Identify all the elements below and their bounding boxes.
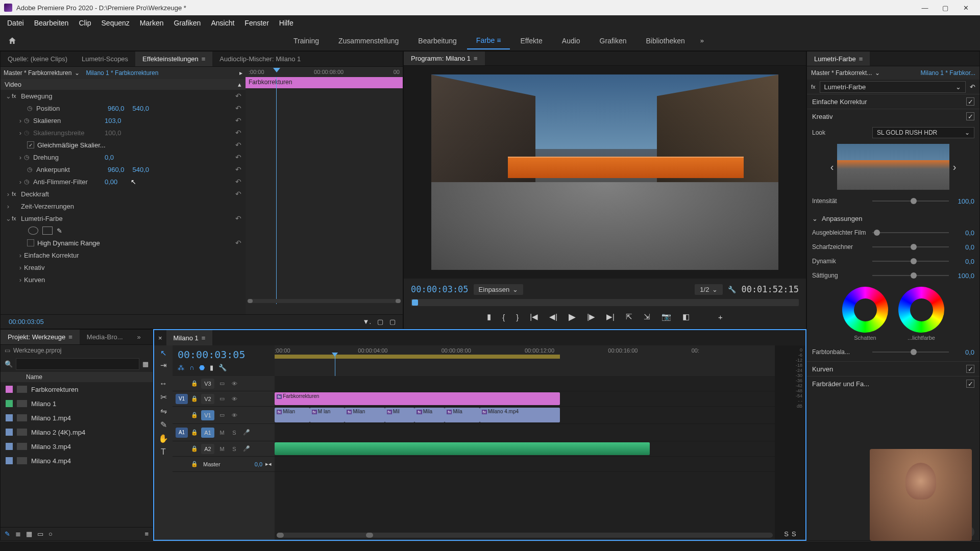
- workspace-bearbeitung[interactable]: Bearbeitung: [409, 33, 466, 49]
- reset-button[interactable]: ↶: [970, 83, 975, 91]
- position-y[interactable]: 540,0: [133, 105, 150, 112]
- play-button[interactable]: ▶: [567, 309, 578, 324]
- workspace-effekte[interactable]: Effekte: [511, 33, 551, 49]
- farbbalance-value[interactable]: 0,0: [953, 348, 974, 356]
- look-dropdown[interactable]: SL GOLD RUSH HDR⌄: [872, 127, 974, 138]
- clip-video[interactable]: fxMilan: [345, 408, 384, 422]
- ec-bewegung[interactable]: Bewegung: [21, 92, 92, 100]
- ec-clip-bar[interactable]: Farbkorrekturen: [246, 77, 403, 88]
- lumetri-effect-dropdown[interactable]: Lumetri-Farbe ⌄: [820, 81, 966, 93]
- add-marker-button[interactable]: ⬣: [199, 364, 205, 371]
- section-checkbox[interactable]: ✓: [966, 380, 974, 388]
- menu-ansicht[interactable]: Ansicht: [206, 19, 239, 27]
- search-icon[interactable]: 🔍: [5, 360, 13, 368]
- mask-rect-button[interactable]: [42, 227, 53, 235]
- project-item[interactable]: Milano 1: [1, 396, 153, 411]
- window-minimize-button[interactable]: —: [915, 0, 935, 15]
- reset-button[interactable]: ↶: [235, 129, 241, 137]
- pen-tool[interactable]: ✎: [160, 420, 167, 430]
- fx-badge-icon[interactable]: fx: [12, 215, 21, 221]
- menu-fenster[interactable]: Fenster: [239, 19, 274, 27]
- flimmer-value[interactable]: 0,00: [105, 178, 117, 186]
- go-to-out-button[interactable]: ▶|: [604, 310, 617, 323]
- tab-projekt[interactable]: Projekt: Werkzeuge ≡: [1, 330, 80, 344]
- tl-marker-button[interactable]: ▮: [210, 364, 213, 371]
- expand-toggle[interactable]: ›: [17, 129, 24, 137]
- expand-toggle[interactable]: ›: [5, 203, 12, 210]
- ec-zoom-scroll[interactable]: [248, 299, 401, 303]
- workspace-bibliotheken[interactable]: Bibliotheken: [637, 33, 694, 49]
- ec-kurven[interactable]: Kurven: [24, 276, 95, 284]
- home-button[interactable]: [6, 35, 18, 47]
- lift-button[interactable]: ⇱: [624, 310, 634, 323]
- stopwatch-icon[interactable]: ◷: [24, 154, 33, 161]
- stopwatch-icon[interactable]: ◷: [24, 117, 33, 124]
- clip-video[interactable]: fxMilano 4.mp4: [480, 408, 560, 422]
- solo-button[interactable]: S: [230, 446, 239, 452]
- ec-playhead-line[interactable]: [276, 77, 277, 304]
- project-item[interactable]: Milano 4.mp4: [1, 454, 153, 468]
- section-checkbox[interactable]: ✓: [966, 112, 974, 120]
- ec-kreativ[interactable]: Kreativ: [24, 264, 95, 271]
- anpassungen-label[interactable]: Anpassungen: [822, 215, 863, 222]
- clip-video[interactable]: fxMil: [385, 408, 415, 422]
- wrench-icon[interactable]: 🔧: [728, 286, 736, 293]
- filter-icon[interactable]: ▼.: [360, 318, 374, 325]
- toggle-output[interactable]: ▭: [217, 395, 227, 402]
- menu-grafiken[interactable]: Grafiken: [169, 19, 206, 27]
- tab-quelle[interactable]: Quelle: (keine Clips): [1, 52, 75, 66]
- footer-btn[interactable]: ○: [48, 530, 53, 538]
- lock-icon[interactable]: 🔒: [191, 429, 198, 436]
- solo-1[interactable]: S: [784, 530, 789, 538]
- master-meter-icon[interactable]: ▸◂: [265, 461, 272, 467]
- look-next-button[interactable]: ›: [949, 161, 960, 173]
- hand-tool[interactable]: ✋: [158, 434, 168, 443]
- work-area-bar[interactable]: [275, 355, 560, 359]
- ec-zeit[interactable]: Zeit-Verzerrungen: [21, 203, 92, 210]
- track-v3[interactable]: V3: [201, 379, 214, 389]
- menu-bearbeiten[interactable]: Bearbeiten: [29, 19, 74, 27]
- stopwatch-icon[interactable]: ◷: [27, 105, 36, 112]
- voice-over-button[interactable]: 🎤: [242, 429, 251, 436]
- track-lane-v1[interactable]: fxMilanfxM lanfxMilanfxMilfxMilafxMilafx…: [275, 407, 775, 424]
- reset-button[interactable]: ↶: [235, 141, 241, 149]
- src-v1[interactable]: V1: [176, 394, 188, 404]
- position-x[interactable]: 960,0: [108, 105, 125, 112]
- section-checkbox[interactable]: ✓: [966, 97, 974, 106]
- menu-clip[interactable]: Clip: [74, 19, 96, 27]
- expand-toggle[interactable]: ›: [17, 252, 24, 259]
- highlight-tint-wheel[interactable]: [898, 287, 944, 333]
- track-v1[interactable]: V1: [201, 410, 214, 420]
- scharf-slider[interactable]: [872, 246, 949, 247]
- go-to-in-button[interactable]: |◀: [528, 310, 540, 323]
- reset-button[interactable]: ↶: [235, 92, 241, 100]
- tab-effekteinstellungen[interactable]: Effekteinstellungen≡: [135, 52, 212, 66]
- tab-overflow[interactable]: »: [130, 330, 148, 344]
- burger-icon[interactable]: ≡: [859, 55, 863, 63]
- chevron-down-icon[interactable]: ⌄: [75, 69, 80, 77]
- mark-out-button[interactable]: }: [514, 311, 521, 323]
- intensity-slider[interactable]: [872, 201, 949, 202]
- fit-dropdown[interactable]: Einpassen⌄: [474, 284, 524, 295]
- solo-button[interactable]: S: [230, 430, 239, 436]
- expand-toggle[interactable]: ⌄: [5, 92, 12, 100]
- expand-toggle[interactable]: ›: [17, 117, 24, 124]
- project-item[interactable]: Milano 2 (4K).mp4: [1, 425, 153, 439]
- program-scrubber[interactable]: [411, 299, 799, 306]
- rotation-value[interactable]: 0,0: [105, 154, 114, 161]
- mark-in-button[interactable]: {: [500, 311, 507, 323]
- dynamik-slider[interactable]: [872, 261, 949, 262]
- tab-lumetri-farbe[interactable]: Lumetri-Farbe ≡: [807, 52, 870, 66]
- clip-video[interactable]: fxMila: [445, 408, 480, 422]
- fx-badge-icon[interactable]: fx: [12, 191, 21, 197]
- film-slider[interactable]: [872, 232, 949, 233]
- selection-tool[interactable]: ↖: [160, 348, 167, 358]
- expand-toggle[interactable]: ›: [17, 264, 24, 271]
- project-item[interactable]: Milano 3.mp4: [1, 439, 153, 454]
- burger-icon[interactable]: ≡: [202, 334, 206, 342]
- toggle-eye[interactable]: 👁: [230, 412, 239, 418]
- track-lane-a2[interactable]: [275, 441, 775, 457]
- workspace-zusammenstellung[interactable]: Zusammenstellung: [329, 33, 408, 49]
- mute-button[interactable]: M: [217, 446, 227, 452]
- menu-datei[interactable]: Datei: [2, 19, 29, 27]
